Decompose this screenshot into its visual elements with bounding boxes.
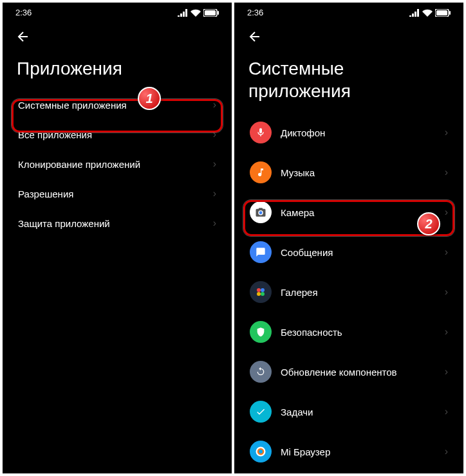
item-app-protection[interactable]: Защита приложений › [9, 208, 225, 238]
update-icon [250, 361, 272, 383]
item-label: Системные приложения [18, 100, 213, 111]
app-item-music[interactable]: Музыка› [241, 152, 457, 192]
status-icons [409, 9, 451, 17]
app-item-label: Обновление компонентов [281, 367, 445, 378]
chevron-right-icon: › [445, 127, 448, 138]
music-icon [250, 161, 272, 183]
status-icons [178, 9, 219, 17]
svg-rect-4 [436, 10, 447, 15]
item-clone-apps[interactable]: Клонирование приложений › [9, 149, 225, 179]
app-item-mic[interactable]: Диктофон› [241, 113, 457, 152]
svg-point-13 [259, 450, 263, 453]
svg-rect-2 [218, 11, 219, 15]
status-bar: 2:36 [3, 3, 232, 20]
phone-left: 2:36 Приложения Системные приложения › В… [3, 3, 232, 473]
app-item-label: Задачи [281, 407, 445, 417]
app-item-gallery[interactable]: Галерея› [241, 272, 457, 312]
app-item-label: Музыка [281, 167, 445, 178]
item-label: Клонирование приложений [18, 159, 213, 170]
item-label: Разрешения [18, 188, 213, 199]
step-badge-2: 2 [417, 212, 440, 235]
wifi-icon [191, 9, 201, 17]
chevron-right-icon: › [213, 129, 216, 140]
svg-point-7 [257, 288, 261, 292]
back-nav [234, 20, 463, 52]
app-item-tasks[interactable]: Задачи› [241, 392, 457, 432]
mic-icon [250, 122, 272, 143]
chevron-right-icon: › [445, 167, 448, 178]
item-all-apps[interactable]: Все приложения › [9, 120, 225, 149]
back-nav [3, 20, 232, 52]
item-permissions[interactable]: Разрешения › [9, 179, 225, 208]
status-bar: 2:36 [234, 3, 463, 20]
signal-icon [409, 9, 420, 17]
app-item-label: Диктофон [281, 127, 445, 138]
battery-icon [203, 9, 219, 17]
svg-point-9 [257, 292, 261, 296]
app-item-label: Безопасность [281, 327, 445, 338]
app-item-update[interactable]: Обновление компонентов› [241, 352, 457, 392]
status-time: 2:36 [247, 8, 263, 17]
item-label: Защита приложений [18, 218, 213, 229]
message-icon [250, 241, 272, 263]
wifi-icon [422, 9, 433, 17]
chevron-right-icon: › [213, 158, 216, 170]
phone-right: 2:36 Системные приложения Диктофон›Музык… [234, 3, 463, 473]
status-time: 2:36 [15, 8, 32, 17]
back-arrow-icon[interactable] [247, 29, 263, 44]
app-item-label: Mi Браузер [281, 446, 445, 457]
app-item-browser[interactable]: Mi Браузер› [241, 432, 457, 471]
settings-list: Системные приложения › Все приложения › … [3, 90, 232, 238]
chevron-right-icon: › [445, 246, 448, 258]
svg-rect-5 [449, 11, 451, 15]
item-system-apps[interactable]: Системные приложения › [9, 90, 225, 120]
app-item-label: Галерея [281, 287, 445, 298]
battery-icon [435, 9, 451, 17]
chevron-right-icon: › [213, 217, 216, 229]
app-item-shield[interactable]: Безопасность› [241, 312, 457, 352]
chevron-right-icon: › [445, 206, 448, 218]
chevron-right-icon: › [213, 188, 216, 199]
step-badge-1: 1 [138, 87, 161, 110]
chevron-right-icon: › [445, 366, 448, 378]
shield-icon [250, 321, 272, 343]
svg-point-8 [261, 288, 265, 292]
app-item-message[interactable]: Сообщения› [241, 232, 457, 272]
svg-rect-1 [205, 10, 216, 15]
back-arrow-icon[interactable] [15, 29, 31, 44]
chevron-right-icon: › [445, 326, 448, 338]
system-apps-list: Диктофон›Музыка›Камера›Сообщения›Галерея… [234, 113, 463, 471]
page-title: Приложения [3, 52, 232, 90]
gallery-icon [250, 281, 272, 303]
svg-point-6 [259, 211, 263, 214]
app-item-label: Сообщения [281, 247, 445, 258]
svg-point-10 [261, 292, 265, 296]
camera-icon [250, 201, 272, 223]
signal-icon [178, 9, 188, 17]
chevron-right-icon: › [213, 99, 216, 111]
chevron-right-icon: › [445, 406, 448, 417]
chevron-right-icon: › [445, 286, 448, 298]
chevron-right-icon: › [445, 446, 448, 457]
tasks-icon [250, 401, 272, 423]
item-label: Все приложения [18, 129, 213, 140]
page-title: Системные приложения [234, 52, 463, 113]
browser-icon [250, 441, 272, 462]
